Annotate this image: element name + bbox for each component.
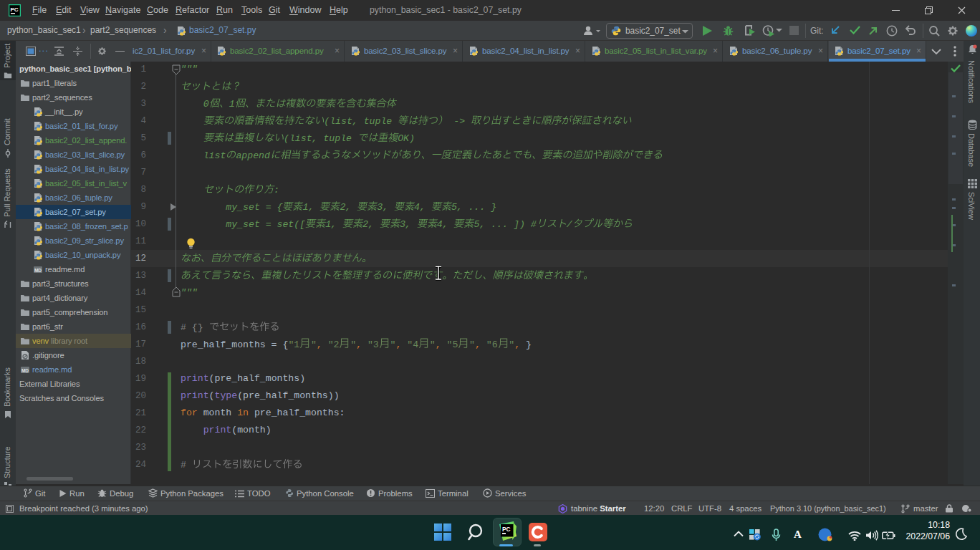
svg-text:PC: PC — [502, 526, 511, 533]
